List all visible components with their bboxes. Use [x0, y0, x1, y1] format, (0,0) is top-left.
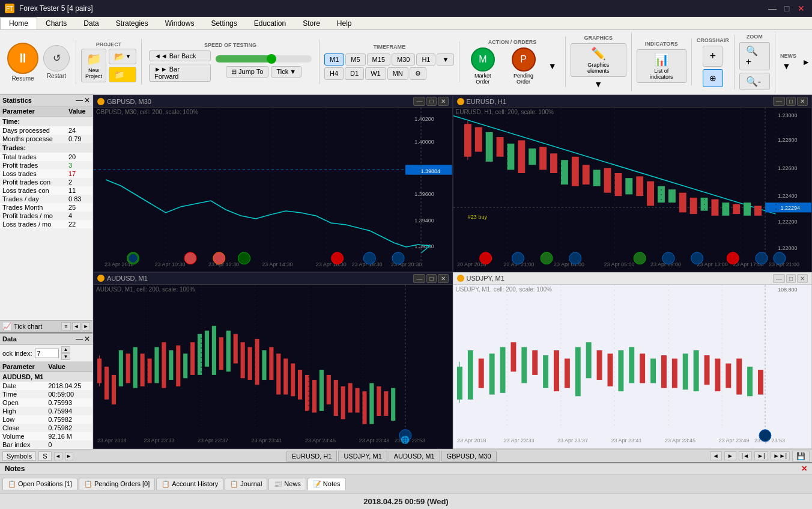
lock-index-down[interactable]: ▼ — [61, 353, 71, 360]
tick-next-btn[interactable]: ► — [82, 322, 90, 331]
menu-strategies[interactable]: Strategies — [108, 18, 157, 29]
chart-nav-left[interactable]: ◄ — [710, 451, 722, 460]
toolbar-collapse[interactable]: ▶ — [801, 56, 811, 69]
eurusd-close[interactable]: ✕ — [797, 97, 808, 106]
tf-w1[interactable]: W1 — [365, 67, 386, 80]
crosshair-target-button[interactable]: ⊕ — [703, 69, 723, 87]
data-close[interactable]: ✕ — [84, 335, 90, 343]
news-dropdown[interactable]: ▼ — [783, 61, 795, 71]
data-minimize[interactable]: — — [76, 335, 83, 343]
tf-mn[interactable]: MN — [387, 67, 408, 80]
usdjpy-minimize[interactable]: — — [773, 274, 785, 283]
data-close-value: 0.75982 — [46, 424, 92, 432]
svg-text:108.800: 108.800 — [778, 286, 798, 292]
maximize-button[interactable]: □ — [781, 2, 793, 14]
list-indicators-button[interactable]: 📊 List of indicators — [637, 49, 686, 83]
resume-button[interactable]: ⏸ — [7, 43, 38, 74]
chart-save[interactable]: 💾 — [792, 451, 810, 462]
gbpusd-close[interactable]: ✕ — [438, 97, 449, 106]
tf-m1[interactable]: M1 — [324, 53, 344, 66]
gbpusd-minimize[interactable]: — — [413, 97, 425, 106]
chart-tab-audusd[interactable]: AUDUSD, M1 — [389, 451, 440, 462]
tick-list-btn[interactable]: ≡ — [61, 322, 71, 331]
market-order-button[interactable]: M Market Order — [467, 47, 498, 85]
chart-tab-usdjpy[interactable]: USDJPY, M1 — [338, 451, 387, 462]
close-button[interactable]: ✕ — [795, 2, 807, 14]
tf-d1[interactable]: D1 — [345, 67, 364, 80]
zoom-in-button[interactable]: 🔍+ — [739, 42, 770, 70]
menu-help[interactable]: Help — [329, 18, 360, 29]
tab-open-positions[interactable]: 📋 Open Positions [1] — [2, 478, 77, 490]
graphics-dropdown[interactable]: ▼ — [593, 79, 603, 89]
tf-m5[interactable]: M5 — [345, 53, 365, 66]
eurusd-minimize[interactable]: — — [773, 97, 785, 106]
tab-notes[interactable]: 📝 Notes — [308, 478, 346, 490]
minimize-button[interactable]: — — [766, 2, 778, 14]
tf-h4[interactable]: H4 — [324, 67, 344, 80]
new-project-button[interactable]: 📁 NewProject — [81, 49, 106, 82]
eurusd-maximize[interactable]: □ — [786, 97, 796, 106]
sym-prev[interactable]: ◄ — [54, 452, 62, 460]
bar-forward-button[interactable]: ►► Bar Forward — [149, 64, 211, 82]
pending-order-button[interactable]: P Pending Order — [506, 47, 541, 85]
menu-charts[interactable]: Charts — [37, 18, 75, 29]
menu-store[interactable]: Store — [294, 18, 329, 29]
svg-text:🌐: 🌐 — [401, 434, 410, 443]
statistics-minimize[interactable]: — — [76, 96, 83, 105]
menu-home[interactable]: Home — [0, 17, 37, 29]
restart-button[interactable]: ↺ — [43, 45, 70, 72]
tab-pending-orders[interactable]: 📋 Pending Orders [0] — [79, 478, 155, 490]
chart-nav-end[interactable]: ►►| — [771, 451, 790, 460]
svg-text:1.22600: 1.22600 — [778, 165, 798, 171]
chart-tab-gbpusd[interactable]: GBPUSD, M30 — [441, 451, 497, 462]
audusd-minimize[interactable]: — — [413, 274, 425, 283]
s-button[interactable]: S — [38, 451, 51, 461]
menu-settings[interactable]: Settings — [202, 18, 245, 29]
tf-h1[interactable]: H1 — [416, 53, 435, 66]
chart-nav-right[interactable]: ► — [724, 451, 736, 460]
zoom-out-button[interactable]: 🔍- — [739, 73, 770, 90]
data-barindex-label: Bar index — [0, 440, 46, 449]
chart-nav-last[interactable]: ►| — [754, 451, 768, 460]
usdjpy-maximize[interactable]: □ — [786, 274, 796, 283]
menu-education[interactable]: Education — [246, 18, 294, 29]
tick-chart-bar[interactable]: 📈 Tick chart ≡ ◄ ► — [0, 320, 92, 332]
lock-index-up[interactable]: ▲ — [61, 346, 71, 353]
audusd-maximize[interactable]: □ — [426, 274, 436, 283]
svg-point-25 — [184, 252, 196, 264]
usdjpy-close[interactable]: ✕ — [797, 274, 808, 283]
tf-m15[interactable]: M15 — [367, 53, 390, 66]
svg-text:23 Apr 2018: 23 Apr 2018 — [97, 437, 127, 443]
lock-index-input[interactable] — [35, 349, 59, 358]
tick-button[interactable]: Tick▼ — [271, 66, 301, 78]
tf-settings[interactable]: ⚙ — [410, 67, 426, 80]
statistics-close[interactable]: ✕ — [84, 96, 90, 105]
bar-back-button[interactable]: ◄◄ Bar Back — [149, 50, 211, 61]
tf-more1[interactable]: ▼ — [437, 53, 454, 66]
crosshair-plus-button[interactable]: + — [703, 46, 723, 67]
window-controls[interactable]: — □ ✕ — [766, 2, 807, 14]
chart-nav-first[interactable]: |◄ — [739, 451, 753, 460]
audusd-close[interactable]: ✕ — [438, 274, 449, 283]
project-folder-button[interactable]: 📁 — [109, 67, 136, 82]
graphics-elements-button[interactable]: ✏️ Graphics elements — [571, 43, 626, 77]
menu-windows[interactable]: Windows — [157, 18, 203, 29]
speed-handle[interactable] — [267, 54, 276, 64]
chart-tab-eurusd[interactable]: EURUSD, H1 — [286, 451, 338, 462]
menu-data[interactable]: Data — [75, 18, 107, 29]
symbols-button[interactable]: Symbols — [2, 451, 36, 461]
tf-m30[interactable]: M30 — [392, 53, 415, 66]
svg-rect-111 — [183, 353, 187, 378]
tab-news[interactable]: 📰 News — [268, 478, 306, 490]
tab-journal[interactable]: 📋 Journal — [225, 478, 267, 490]
tick-prev-btn[interactable]: ◄ — [72, 322, 80, 331]
sym-next[interactable]: ► — [65, 452, 73, 460]
gbpusd-maximize[interactable]: □ — [426, 97, 436, 106]
open-project-button[interactable]: 📂▼ — [109, 49, 136, 64]
jump-to-button[interactable]: ⊞ Jump To — [226, 66, 268, 78]
svg-rect-129 — [312, 380, 317, 413]
action-dropdown[interactable]: ▼ — [548, 47, 558, 85]
speed-slider[interactable] — [216, 55, 312, 62]
notes-close[interactable]: ✕ — [801, 465, 807, 473]
tab-account-history[interactable]: 📋 Account History — [156, 478, 223, 490]
